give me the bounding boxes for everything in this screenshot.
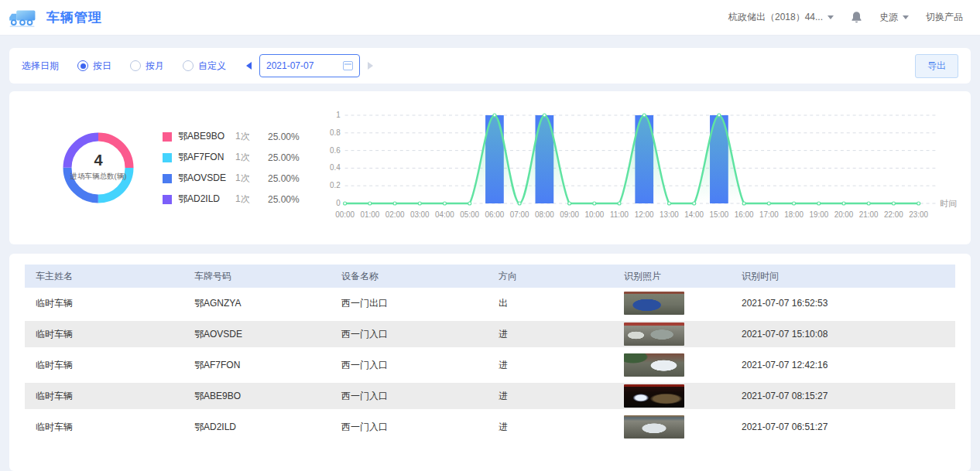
entry-trend-chart: 00.20.40.60.8100:0001:0002:0003:0004:000… — [319, 101, 961, 234]
radio-custom[interactable]: 自定义 — [183, 60, 226, 73]
svg-text:22:00: 22:00 — [884, 210, 903, 219]
svg-text:04:00: 04:00 — [435, 210, 454, 219]
line-chart-svg: 00.20.40.60.8100:0001:0002:0003:0004:000… — [319, 101, 961, 234]
donut-center-label: 进场车辆总数(辆) — [70, 172, 127, 180]
svg-text:0.4: 0.4 — [330, 163, 341, 172]
device-cell: 西一门入口 — [331, 421, 488, 434]
radio-by-month[interactable]: 按月 — [130, 60, 164, 73]
recognition-photo[interactable] — [624, 353, 684, 377]
svg-text:11:00: 11:00 — [610, 210, 629, 219]
legend-count: 1次 — [235, 130, 268, 143]
owner-cell: 临时车辆 — [25, 297, 183, 310]
calendar-icon[interactable] — [343, 61, 353, 70]
recognition-table-panel: 车主姓名 车牌号码 设备名称 方向 识别照片 识别时间 临时车辆鄂AGNZYA西… — [9, 254, 971, 471]
time-cell: 2021-07-07 15:10:08 — [731, 329, 955, 340]
entry-total-donut: 4 进场车辆总数(辆) 鄂ABE9BO1次25.00%鄂AF7FON1次25.0… — [9, 126, 319, 210]
table-row: 临时车辆鄂AD2ILD西一门入口进2021-07-07 06:51:27 — [25, 411, 955, 442]
owner-cell: 临时车辆 — [25, 390, 183, 403]
svg-text:1: 1 — [336, 111, 341, 119]
photo-cell — [613, 353, 731, 377]
svg-text:时间: 时间 — [940, 199, 957, 208]
notification-button[interactable] — [851, 11, 862, 24]
legend-swatch — [163, 174, 172, 183]
recognition-photo[interactable] — [624, 384, 684, 408]
prev-day-arrow[interactable] — [246, 62, 252, 70]
table-header-row: 车主姓名 车牌号码 设备名称 方向 识别照片 识别时间 — [25, 265, 955, 288]
next-day-arrow[interactable] — [368, 62, 373, 70]
time-cell: 2021-07-07 06:51:27 — [731, 422, 955, 432]
col-device: 设备名称 — [331, 270, 488, 283]
plate-cell: 鄂AD2ILD — [183, 421, 331, 434]
legend-plate: 鄂ABE9BO — [178, 130, 235, 143]
switch-product-label: 切换产品 — [926, 11, 963, 24]
svg-text:05:00: 05:00 — [460, 210, 479, 219]
legend-item[interactable]: 鄂ABE9BO1次25.00% — [163, 130, 300, 143]
recognition-photo[interactable] — [624, 415, 684, 439]
legend-plate: 鄂AF7FON — [178, 151, 235, 164]
owner-cell: 临时车辆 — [25, 359, 183, 372]
svg-text:0.2: 0.2 — [330, 181, 341, 189]
svg-text:07:00: 07:00 — [510, 210, 529, 219]
table-row: 临时车辆鄂AOVSDE西一门入口进2021-07-07 15:10:08 — [25, 319, 955, 350]
user-name: 史源 — [879, 11, 898, 24]
donut-chart: 4 进场车辆总数(辆) — [57, 127, 139, 209]
switch-product-link[interactable]: 切换产品 — [926, 11, 963, 24]
legend-item[interactable]: 鄂AOVSDE1次25.00% — [163, 172, 300, 185]
device-cell: 西一门入口 — [331, 359, 488, 372]
plate-cell: 鄂ABE9BO — [183, 390, 331, 403]
direction-cell: 出 — [488, 297, 613, 310]
table-row: 临时车辆鄂ABE9BO西一门入口进2021-07-07 08:15:27 — [25, 381, 955, 411]
statistics-panel: 4 进场车辆总数(辆) 鄂ABE9BO1次25.00%鄂AF7FON1次25.0… — [9, 91, 971, 244]
app-header: 车辆管理 杭政储出（2018）44... 史源 切换产品 — [0, 0, 980, 36]
legend-count: 1次 — [235, 172, 268, 185]
truck-logo-icon — [8, 7, 37, 29]
svg-text:13:00: 13:00 — [660, 210, 679, 219]
svg-text:03:00: 03:00 — [410, 210, 430, 219]
legend-percent: 25.00% — [268, 173, 300, 184]
legend-percent: 25.00% — [268, 152, 300, 163]
date-filter-label: 选择日期 — [22, 60, 59, 73]
legend-swatch — [163, 195, 172, 204]
svg-text:0: 0 — [336, 199, 341, 207]
direction-cell: 进 — [488, 359, 613, 372]
date-filter-bar: 选择日期 按日 按月 自定义 导出 — [9, 48, 971, 84]
legend-item[interactable]: 鄂AD2ILD1次25.00% — [163, 193, 300, 206]
user-menu[interactable]: 史源 — [879, 11, 909, 24]
svg-text:19:00: 19:00 — [809, 210, 828, 219]
svg-text:08:00: 08:00 — [535, 210, 554, 219]
svg-text:12:00: 12:00 — [635, 210, 654, 219]
col-direction: 方向 — [488, 270, 613, 283]
svg-text:17:00: 17:00 — [759, 210, 779, 219]
svg-text:16:00: 16:00 — [735, 210, 754, 219]
recognition-photo[interactable] — [624, 323, 684, 346]
svg-text:01:00: 01:00 — [360, 210, 379, 219]
donut-total: 4 — [94, 152, 103, 169]
date-input[interactable] — [266, 60, 333, 71]
table-row: 临时车辆鄂AGNZYA西一门出口出2021-07-07 16:52:53 — [25, 288, 955, 319]
legend-count: 1次 — [235, 151, 268, 164]
svg-text:14:00: 14:00 — [684, 210, 704, 219]
radio-by-day[interactable]: 按日 — [77, 60, 111, 73]
col-plate: 车牌号码 — [183, 270, 331, 283]
time-cell: 2021-07-07 12:42:16 — [731, 360, 955, 370]
svg-text:18:00: 18:00 — [784, 210, 804, 219]
device-cell: 西一门入口 — [331, 390, 488, 403]
col-photo: 识别照片 — [613, 270, 731, 283]
owner-cell: 临时车辆 — [25, 421, 183, 434]
date-picker[interactable] — [259, 54, 360, 77]
legend-count: 1次 — [235, 193, 268, 206]
bell-icon — [851, 11, 862, 24]
radio-icon — [130, 60, 141, 71]
photo-cell — [613, 415, 731, 439]
legend-item[interactable]: 鄂AF7FON1次25.00% — [163, 151, 300, 164]
recognition-photo[interactable] — [624, 292, 684, 315]
legend-percent: 25.00% — [268, 131, 300, 142]
export-button[interactable]: 导出 — [915, 54, 958, 78]
radio-icon — [183, 60, 194, 71]
svg-text:02:00: 02:00 — [385, 210, 405, 219]
company-selector[interactable]: 杭政储出（2018）44... — [728, 11, 834, 24]
photo-cell — [613, 323, 731, 346]
svg-text:21:00: 21:00 — [859, 210, 879, 219]
time-cell: 2021-07-07 16:52:53 — [731, 298, 955, 309]
plate-cell: 鄂AF7FON — [183, 359, 331, 372]
